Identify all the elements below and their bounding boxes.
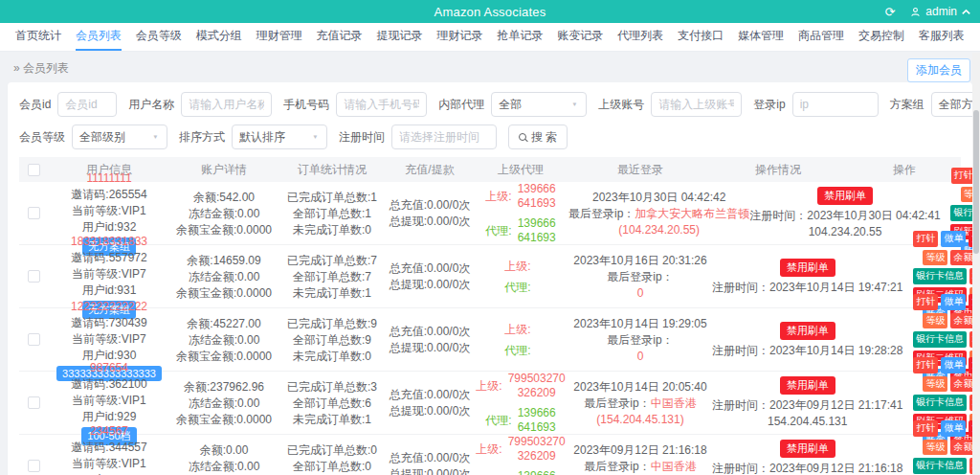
register-time-line: 注册时间：2023年10月14日 19:28:28 bbox=[712, 343, 902, 358]
last-login-time: 2023年10月14日 19:29:05 bbox=[573, 316, 706, 331]
search-button[interactable]: 搜 索 bbox=[508, 124, 568, 149]
action-button-3[interactable]: 等级 bbox=[923, 440, 947, 456]
action-button-6[interactable]: 银行卡信息 bbox=[913, 331, 967, 348]
register-time-label: 注册时间： bbox=[712, 462, 769, 475]
action-button-6[interactable]: 银行卡信息 bbox=[913, 395, 967, 411]
agent-value: 641693 bbox=[518, 420, 556, 435]
nav-tab-2[interactable]: 会员等级 bbox=[136, 23, 182, 51]
agent-cell: 上级:799503270326209代理:139666641693 bbox=[473, 372, 568, 435]
filter-group-row1-4: 上级账号 bbox=[598, 92, 742, 117]
recharge-line: 总充值:0.00/0次 bbox=[390, 197, 471, 213]
account-line: 余额宝金额:0.0000 bbox=[176, 349, 272, 364]
register-time: 2023年10月30日 04:42:41 bbox=[807, 209, 940, 222]
disable-order-badge[interactable]: 禁用刷单 bbox=[780, 440, 835, 458]
action-button-0[interactable]: 打针 bbox=[913, 231, 938, 247]
register-time-line: 注册时间：2023年09月12日 21:17:41 bbox=[712, 397, 902, 413]
row-checkbox[interactable] bbox=[28, 396, 40, 409]
nav-tab-11[interactable]: 支付接口 bbox=[678, 23, 724, 51]
user-info-cell: 234567邀请码:344557当前等级:VIP1用户id:928无方案组 bbox=[48, 423, 170, 475]
agent-pair: 上级:799503270326209 bbox=[476, 372, 565, 400]
register-time: 2023年10月14日 19:28:28 bbox=[769, 344, 902, 357]
row-checkbox[interactable] bbox=[28, 207, 40, 219]
agent-values: 799503270326209 bbox=[508, 435, 566, 464]
action-button-0[interactable]: 打针 bbox=[913, 357, 938, 373]
nav-tab-8[interactable]: 抢单记录 bbox=[497, 23, 543, 51]
last-login-ip-line: 最后登录ip： bbox=[607, 332, 673, 348]
username: 234567 bbox=[90, 423, 128, 439]
agent-label: 上级: bbox=[476, 378, 501, 394]
agent-label: 代理: bbox=[485, 223, 511, 238]
action-button-1[interactable]: 做单 bbox=[941, 294, 966, 310]
nav-tab-10[interactable]: 代理列表 bbox=[617, 23, 663, 51]
row-checkbox[interactable] bbox=[28, 270, 40, 283]
nav-tab-0[interactable]: 首页统计 bbox=[15, 23, 61, 51]
register-time-label: 注册时间： bbox=[712, 398, 769, 412]
filter-select[interactable]: 全部级别▼ bbox=[72, 124, 167, 149]
filter-select[interactable]: 全部▼ bbox=[491, 92, 587, 117]
filter-input[interactable] bbox=[651, 92, 742, 117]
app-title: Amazon Associates bbox=[434, 5, 546, 19]
action-button-3[interactable]: 等级 bbox=[923, 313, 947, 329]
row-checkbox-cell bbox=[19, 333, 48, 346]
disable-order-badge[interactable]: 禁用刷单 bbox=[817, 187, 873, 205]
nav-tab-6[interactable]: 提现记录 bbox=[377, 23, 423, 51]
nav-tab-9[interactable]: 账变记录 bbox=[557, 23, 603, 51]
nav-tab-15[interactable]: 客服列表 bbox=[919, 23, 965, 51]
action-button-3[interactable]: 等级 bbox=[923, 250, 947, 266]
recharge-line: 总提现:0.00/0次 bbox=[390, 466, 471, 475]
select-all-checkbox[interactable] bbox=[28, 164, 40, 176]
disable-order-badge[interactable]: 禁用刷单 bbox=[780, 259, 835, 277]
last-login-location: 中国香港 bbox=[651, 460, 697, 473]
filter-input[interactable] bbox=[792, 92, 879, 117]
last-login-ip-line: 最后登录ip：中国香港 bbox=[584, 396, 696, 411]
order-stats-cell: 已完成订单总数:0全部订单总数:0未完成订单数:0 bbox=[278, 442, 387, 475]
filter-select[interactable]: 默认排序▼ bbox=[232, 124, 327, 149]
user-info-line: 当前等级:VIP1 bbox=[72, 393, 145, 408]
nav-tab-4[interactable]: 理财管理 bbox=[256, 23, 302, 51]
chevron-up-icon bbox=[962, 9, 970, 15]
disable-order-badge[interactable]: 禁用刷单 bbox=[780, 376, 835, 395]
nav-tab-7[interactable]: 理财记录 bbox=[436, 23, 482, 51]
disable-order-badge[interactable]: 禁用刷单 bbox=[780, 322, 835, 340]
order-line: 未完成订单数:0 bbox=[293, 222, 371, 238]
filter-input[interactable] bbox=[57, 92, 117, 117]
nav-tab-3[interactable]: 模式分组 bbox=[196, 23, 242, 51]
agent-values: 139666641693 bbox=[518, 469, 556, 475]
action-button-0[interactable]: 打针 bbox=[913, 420, 938, 437]
nav-tab-13[interactable]: 商品管理 bbox=[798, 23, 844, 51]
nav-tab-1[interactable]: 会员列表 bbox=[76, 23, 122, 51]
refresh-button[interactable]: ⟳ bbox=[884, 6, 895, 18]
filter-label: 会员等级 bbox=[19, 129, 65, 146]
filter-label: 内部代理 bbox=[438, 97, 484, 113]
account-line: 余额:542.00 bbox=[193, 190, 255, 205]
scrollbar-thumb[interactable] bbox=[973, 110, 979, 254]
action-button-3[interactable]: 等级 bbox=[923, 376, 947, 393]
agent-value: 799503270 bbox=[508, 435, 566, 449]
action-button-0[interactable]: 打针 bbox=[913, 294, 938, 310]
row-checkbox-cell bbox=[19, 396, 48, 409]
admin-menu[interactable]: admin bbox=[910, 5, 970, 18]
recharge-cell: 总充值:0.00/0次总提现:0.00/0次 bbox=[387, 387, 473, 418]
action-button-1[interactable]: 做单 bbox=[941, 231, 966, 247]
nav-tab-12[interactable]: 媒体管理 bbox=[738, 23, 784, 51]
filter-input[interactable] bbox=[336, 92, 427, 117]
action-button-6[interactable]: 银行卡信息 bbox=[913, 268, 967, 284]
recharge-line: 总充值:0.00/0次 bbox=[390, 260, 471, 276]
account-line: 冻结金额:0.00 bbox=[189, 459, 260, 474]
nav-tab-5[interactable]: 充值记录 bbox=[317, 23, 363, 51]
table-body: 11111111邀请码:265554当前等级:VIP1用户id:932无方案组余… bbox=[19, 182, 961, 475]
action-button-6[interactable]: 银行卡信息 bbox=[913, 458, 967, 474]
action-button-1[interactable]: 做单 bbox=[941, 357, 966, 373]
filter-input[interactable] bbox=[181, 92, 272, 117]
filter-input[interactable] bbox=[391, 124, 497, 149]
row-checkbox[interactable] bbox=[28, 333, 40, 346]
agent-label: 上级: bbox=[485, 189, 511, 204]
agent-pair: 代理:139666641693 bbox=[485, 469, 555, 475]
scrollbar[interactable] bbox=[972, 53, 980, 475]
add-member-button[interactable]: 添加会员 bbox=[907, 58, 970, 82]
filter-group-row2-2: 注册时间 bbox=[339, 124, 497, 149]
nav-tab-14[interactable]: 交易控制 bbox=[858, 23, 904, 51]
member-list-card: 会员id用户名称手机号码内部代理全部▼上级账号登录ip方案组全部方案组▼邀请码 … bbox=[8, 82, 972, 475]
action-button-1[interactable]: 做单 bbox=[941, 420, 966, 437]
row-checkbox[interactable] bbox=[28, 460, 40, 472]
